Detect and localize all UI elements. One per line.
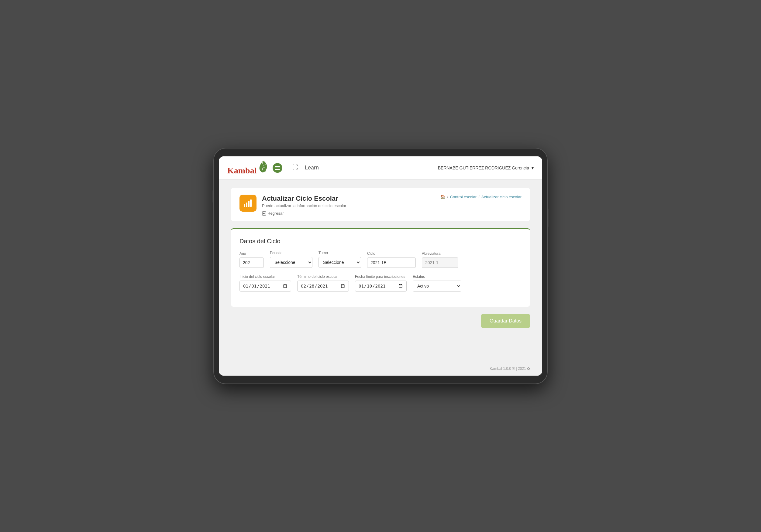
fecha-limite-date-input[interactable] [355,281,407,292]
breadcrumb-link-1[interactable]: Control escolar [450,195,477,199]
estatus-label: Estatus [413,275,461,279]
navbar: Kambal Learn [219,156,542,180]
menu-button[interactable] [272,163,282,173]
footer: Kambal 1.0.0 ® | 2021 ✿ [219,362,542,376]
ano-input[interactable] [240,257,264,268]
form-group-fecha-limite: Fecha límite para inscripciones [355,275,407,292]
app-name-label: Learn [305,165,319,171]
content-area: Actualizar Ciclo Escolar Puede actualiza… [219,180,542,362]
breadcrumb-current: Actualizar ciclo escolar [481,195,521,199]
form-group-inicio: Inicio del ciclo escolar [240,275,291,292]
footer-text: Kambal 1.0.0 ® | 2021 ✿ [490,366,530,371]
ciclo-label: Ciclo [367,251,416,256]
breadcrumb: 🏠 / Control escolar / Actualizar ciclo e… [440,195,521,199]
logo-area: Kambal Learn [227,160,282,176]
svg-rect-5 [246,202,247,207]
form-group-ciclo: Ciclo [367,251,416,268]
ciclo-input[interactable] [367,257,416,268]
form-group-ano: Año [240,251,264,268]
user-menu[interactable]: BERNABE GUTIERREZ RODRIGUEZ Gerencia ▾ [438,166,534,170]
page-header-left: Actualizar Ciclo Escolar Puede actualiza… [240,195,346,216]
page-header: Actualizar Ciclo Escolar Puede actualiza… [231,188,530,221]
ano-label: Año [240,251,264,256]
svg-rect-1 [275,166,280,167]
logo-kambal: Kambal [227,166,257,175]
svg-rect-4 [244,204,245,207]
inicio-date-input[interactable] [240,281,291,292]
turno-label: Turno [319,251,361,255]
inicio-label: Inicio del ciclo escolar [240,275,291,279]
breadcrumb-home-icon[interactable]: 🏠 [440,195,445,199]
svg-text:Learn: Learn [260,170,266,173]
form-group-termino: Término del ciclo escolar [297,275,349,292]
fecha-limite-label: Fecha límite para inscripciones [355,275,407,279]
breadcrumb-sep-1: / [447,195,448,199]
form-group-abreviatura: Abreviatura [422,251,458,268]
form-group-turno: Turno Seleccione Matutino Vespertino [319,251,361,268]
back-label: Regresar [267,211,283,216]
expand-icon[interactable] [292,164,298,172]
chevron-down-icon: ▾ [532,166,534,170]
form-section-title: Datos del Ciclo [240,238,521,245]
form-group-estatus: Estatus Activo Inactivo [413,275,461,292]
breadcrumb-sep-2: / [478,195,480,199]
svg-rect-7 [250,199,252,207]
guardar-button[interactable]: Guardar Datos [481,314,530,328]
turno-select[interactable]: Seleccione Matutino Vespertino [319,257,361,268]
periodo-select[interactable]: Seleccione 1 2 3 [270,257,313,268]
page-icon [240,195,257,212]
page-title: Actualizar Ciclo Escolar [262,195,346,202]
abreviatura-input [422,257,458,268]
abreviatura-label: Abreviatura [422,251,458,256]
termino-date-input[interactable] [297,281,349,292]
svg-rect-2 [275,168,280,168]
back-link[interactable]: Regresar [262,211,346,216]
form-card: Datos del Ciclo Año Periodo Seleccione 1… [231,228,530,307]
user-name: BERNABE GUTIERREZ RODRIGUEZ Gerencia [438,166,529,170]
page-title-area: Actualizar Ciclo Escolar Puede actualiza… [262,195,346,216]
page-subtitle: Puede actualizar la información del cicl… [262,203,346,208]
periodo-label: Periodo [270,251,313,255]
svg-rect-6 [248,201,250,207]
termino-label: Término del ciclo escolar [297,275,349,279]
estatus-select[interactable]: Activo Inactivo [413,281,461,292]
logo-text: Kambal Learn [227,160,269,176]
svg-rect-3 [275,169,280,170]
form-group-periodo: Periodo Seleccione 1 2 3 [270,251,313,268]
btn-area: Guardar Datos [231,314,530,328]
form-row-2: Inicio del ciclo escolar Término del cic… [240,275,521,292]
logo-leaf-icon: Learn [258,160,269,173]
form-row-1: Año Periodo Seleccione 1 2 3 Turno [240,251,521,268]
